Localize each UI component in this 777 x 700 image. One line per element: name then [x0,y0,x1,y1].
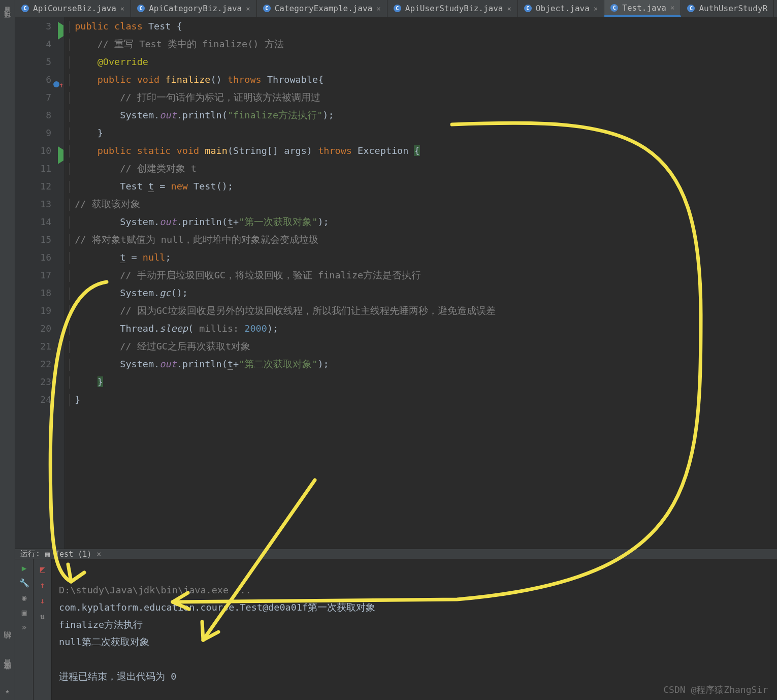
run-icon[interactable]: ▶ [22,563,27,573]
run-tools-secondary: ◤ ↑ ↓ ⇅ [34,559,52,700]
console-line: com.kyplatform.education.course.Test@de0… [59,602,375,613]
tab-test[interactable]: CTest.java× [604,0,681,17]
tab-apicoursebiz[interactable]: CApiCourseBiz.java× [15,0,131,17]
tab-authuserstudyr[interactable]: CAuthUserStudyR [681,0,774,17]
grid-icon[interactable]: ▦ [5,4,9,12]
close-icon[interactable]: × [246,5,250,13]
down-icon[interactable]: ↓ [40,596,45,606]
code-area[interactable]: public class Test { // 重写 Test 类中的 final… [65,17,777,549]
run-tools-primary: ▶ 🔧 ◉ ▣ » [15,559,34,700]
java-class-icon: C [263,5,271,12]
gutter[interactable]: 3 4 5 6↑ 7 8 9 10 11 12 13 14 15 16 17 1… [15,17,65,549]
tab-apicategorybiz[interactable]: CApiCategoryBiz.java× [131,0,256,17]
structure-toolwindow[interactable]: 结构 [3,643,12,647]
up-icon[interactable]: ↑ [40,580,45,590]
watermark: CSDN @程序猿ZhangSir [663,684,768,696]
tab-apiuserstudybiz[interactable]: CApiUserStudyBiz.java× [387,0,518,17]
java-class-icon: C [610,4,618,12]
java-class-icon: C [137,5,145,12]
run-label: 运行: [20,549,40,559]
tab-categoryexample[interactable]: CCategoryExample.java× [257,0,387,17]
editor-tabs: CApiCourseBiz.java× CApiCategoryBiz.java… [15,0,777,17]
console-output[interactable]: D:\study\Java\jdk\bin\java.exe ... com.k… [52,559,777,700]
java-class-icon: C [394,5,401,12]
run-tab[interactable]: Test (1) [55,550,91,559]
tab-object[interactable]: CObject.java× [518,0,604,17]
close-icon[interactable]: × [670,4,674,12]
run-panel: 运行: ▦ Test (1) × ▶ 🔧 ◉ ▣ » ◤ ↑ ↓ ⇅ [15,549,777,700]
run-icon[interactable] [58,146,63,164]
console-line: D:\study\Java\jdk\bin\java.exe ... [59,585,251,595]
console-line: null第二次获取对象 [59,637,149,647]
console-line: finalize方法执行 [59,619,143,630]
java-class-icon: C [524,5,532,12]
close-icon[interactable]: × [507,5,511,13]
expand-icon[interactable]: » [22,622,27,632]
wrench-icon[interactable]: 🔧 [19,578,29,588]
stop-icon[interactable]: ◤ [40,564,45,574]
java-class-icon: C [21,5,29,12]
project-toolwindow[interactable]: 项目 [3,21,12,25]
sort-icon[interactable]: ⇅ [40,612,45,621]
structure-icon[interactable]: ▤ [5,656,9,664]
code-editor[interactable]: 3 4 5 6↑ 7 8 9 10 11 12 13 14 15 16 17 1… [15,17,777,549]
run-tab-icon: ▦ [45,550,50,559]
close-icon[interactable]: × [96,550,101,559]
close-icon[interactable]: × [594,5,598,13]
star-icon[interactable]: ★ [5,687,9,695]
close-icon[interactable]: × [376,5,380,13]
close-icon[interactable]: × [120,5,124,13]
left-toolwindow-bar[interactable]: ▦ 项目 结构 ▤ 收藏夹 ★ [0,0,15,700]
console-line: 进程已结束，退出代码为 0 [59,671,176,682]
layout-icon[interactable]: ▣ [22,608,27,617]
run-icon[interactable] [58,22,63,40]
camera-icon[interactable]: ◉ [22,593,27,602]
override-icon[interactable]: ↑ [53,75,63,94]
favorites-toolwindow[interactable]: 收藏夹 [3,674,12,678]
java-class-icon: C [687,5,695,12]
